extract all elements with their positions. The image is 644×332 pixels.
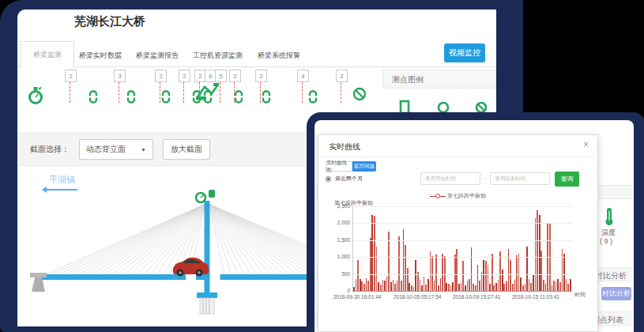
tab-bridge-monitoring[interactable]: 桥梁监测 xyxy=(21,41,74,68)
tab-realtime-data[interactable]: 桥梁实时数据 xyxy=(79,51,122,61)
chart-bar xyxy=(446,283,447,291)
chart-bar xyxy=(530,283,532,291)
chart-bar xyxy=(434,281,435,291)
chart-bar xyxy=(469,279,470,291)
chart-bar xyxy=(539,215,540,291)
chart-bar xyxy=(448,284,450,291)
x-tick: 2018-10-15 11:03:41 xyxy=(512,294,559,300)
chart-bar xyxy=(477,265,479,291)
tower-anemometer-icon xyxy=(196,190,215,202)
chart-bar xyxy=(357,260,359,291)
chart-bar xyxy=(491,254,493,291)
chart-bar xyxy=(493,285,495,291)
tabbar-divider xyxy=(17,66,496,67)
gridline xyxy=(353,240,572,241)
chart-bar xyxy=(471,247,473,291)
sensor-dash-line xyxy=(183,82,184,103)
sensor-dash-line xyxy=(70,82,70,103)
query-button[interactable]: 查询 xyxy=(555,172,579,187)
gridline xyxy=(353,206,572,207)
gridline xyxy=(353,274,572,275)
chart-bar xyxy=(498,280,499,291)
chart-bar xyxy=(485,261,487,291)
chart-bar xyxy=(488,265,489,291)
link-icon[interactable] xyxy=(262,90,271,104)
enlarge-section-button[interactable]: 放大截面 xyxy=(163,139,210,160)
chart-bar xyxy=(456,249,458,291)
radio-label: 最近两个月 xyxy=(335,175,363,183)
link-icon[interactable] xyxy=(234,90,243,104)
chart-bar xyxy=(382,280,384,291)
close-icon[interactable]: × xyxy=(583,139,589,150)
chart-bar xyxy=(356,279,357,291)
chart-bar xyxy=(438,285,439,291)
sensor-count-badge: 2 xyxy=(65,70,77,82)
prohibition-icon[interactable] xyxy=(352,87,367,101)
tab-monitor-report[interactable]: 桥梁监测报告 xyxy=(136,51,179,61)
link-icon[interactable] xyxy=(308,90,318,104)
chart-bar xyxy=(559,282,561,291)
y-tick: 2,000 xyxy=(320,220,350,225)
section-select-dropdown[interactable]: 动态背立面 ▼ xyxy=(79,139,153,160)
thermometer-icon[interactable] xyxy=(604,207,615,226)
chart-bar xyxy=(376,247,378,291)
chart-bar xyxy=(483,260,484,291)
chart-bar xyxy=(420,280,421,291)
bridge-abutment xyxy=(30,273,47,292)
chart-bar xyxy=(506,281,507,291)
gauge-icon[interactable] xyxy=(27,85,44,106)
chart-bar xyxy=(398,236,400,291)
chart-bar xyxy=(425,285,427,291)
chart-bar xyxy=(454,255,456,291)
chart-bar xyxy=(442,254,443,291)
sensor-count-badge: 2 xyxy=(179,70,190,82)
tab-system-alarm[interactable]: 桥梁系统报警 xyxy=(258,51,300,61)
sensor-dash-line xyxy=(302,82,303,103)
chart-bar xyxy=(401,281,402,291)
chart-bar xyxy=(508,249,510,291)
chart-bar xyxy=(557,279,559,291)
sensor-count-badge: 2 xyxy=(155,70,167,82)
chart-bar xyxy=(516,255,518,291)
chart-bar xyxy=(450,285,452,291)
page-title: 芜湖长江大桥 xyxy=(74,14,145,29)
section-select-value: 动态背立面 xyxy=(86,144,126,155)
tab-ipc-resource[interactable]: 工控机资源监测 xyxy=(193,51,243,61)
link-icon[interactable] xyxy=(126,90,136,104)
chart-bar xyxy=(526,247,528,291)
car xyxy=(173,258,209,277)
chart-bar xyxy=(514,280,516,291)
sensor-count-badge: 2 xyxy=(336,70,348,82)
radio-last-two-months[interactable] xyxy=(326,176,331,182)
end-time-input[interactable]: 查询结束时间 xyxy=(490,172,550,185)
sensor-dash-line xyxy=(260,82,261,103)
chart-bar xyxy=(413,287,415,291)
chart-bar xyxy=(403,229,405,291)
tab-monitor-playback[interactable]: 监控回放 xyxy=(352,161,376,172)
link-icon[interactable] xyxy=(89,90,98,104)
section-select-label: 截面选择： xyxy=(30,144,70,155)
chart-bar xyxy=(562,249,563,292)
sensor-dash-line xyxy=(119,82,119,103)
video-monitor-button[interactable]: 视频监控 xyxy=(444,43,485,62)
chart-bar xyxy=(495,283,497,291)
inspection-vehicle-icon[interactable] xyxy=(194,81,221,101)
tab-realtime-curve[interactable]: 实时曲线图 xyxy=(326,161,352,172)
chart-bar xyxy=(427,279,429,291)
chart-bar xyxy=(361,281,363,291)
sensor-dash-line xyxy=(160,82,160,103)
chart-bar xyxy=(394,284,396,291)
dialog-title: 实时曲线 xyxy=(329,141,360,153)
x-tick: 2018-10-09 15:27:41 xyxy=(453,294,500,300)
chart-bar xyxy=(393,280,394,291)
chart-bars xyxy=(353,206,572,291)
chart-bar xyxy=(502,270,503,291)
sensor-count-badge: 4 xyxy=(297,70,309,82)
chart-bar xyxy=(475,285,476,291)
bridge-pier xyxy=(197,292,217,314)
chart-bar xyxy=(462,261,464,291)
link-icon[interactable] xyxy=(161,90,171,104)
chart-bar xyxy=(360,279,361,291)
start-time-input[interactable]: 查询开始时间 xyxy=(420,172,480,185)
compare-analysis-button[interactable]: 对比分析 xyxy=(601,287,631,300)
